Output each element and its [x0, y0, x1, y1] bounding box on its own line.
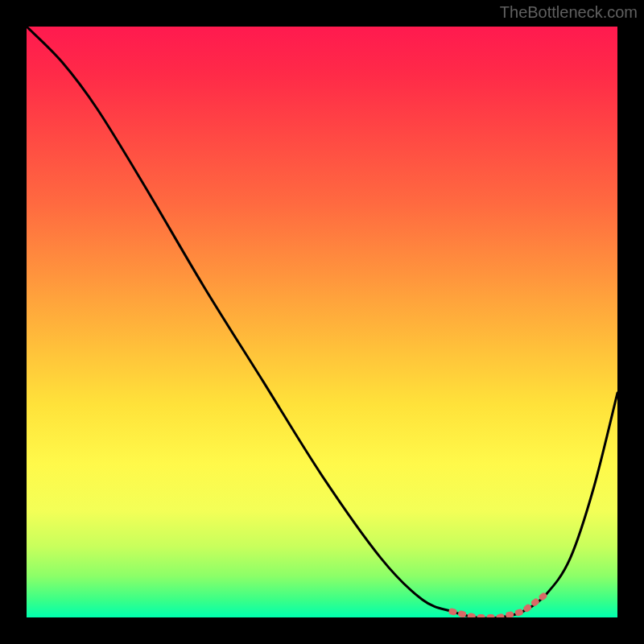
chart-frame: TheBottleneck.com [0, 0, 644, 644]
bottleneck-curve [27, 27, 617, 617]
watermark-text: TheBottleneck.com [500, 3, 638, 22]
curve-svg [27, 27, 617, 617]
plot-area [27, 27, 617, 617]
